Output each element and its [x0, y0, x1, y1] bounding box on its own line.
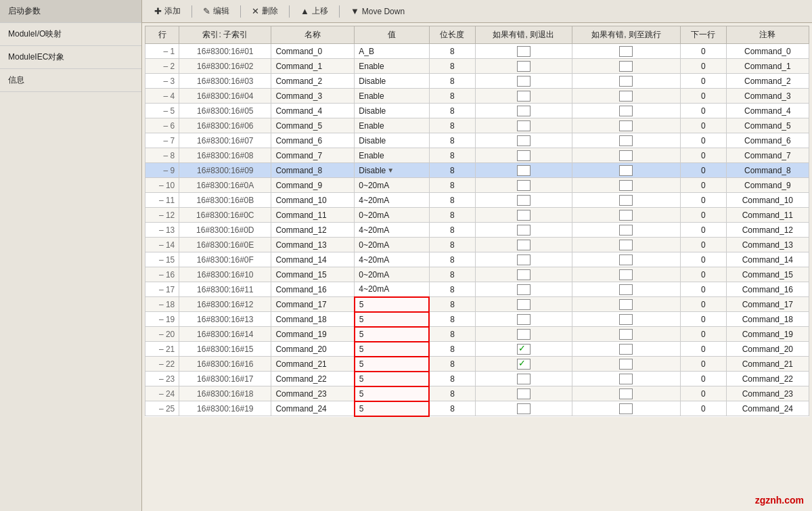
checkbox-err-exit[interactable]	[517, 91, 531, 102]
table-row[interactable]: – 1416#8300:16#0ECommand_130~20mA80Comma…	[145, 238, 809, 252]
cell-err-exit[interactable]	[475, 59, 572, 74]
checkbox-err-exit[interactable]	[517, 120, 531, 131]
table-row[interactable]: – 616#8300:16#06Command_5Enable80Command…	[145, 118, 809, 133]
table-row[interactable]: – 816#8300:16#08Command_7Enable80Command…	[145, 148, 809, 163]
cell-value[interactable]: Enable	[355, 89, 430, 104]
cell-err-exit[interactable]	[475, 44, 572, 59]
checkbox-err-exit[interactable]	[517, 61, 531, 72]
checkbox-err-jump[interactable]	[619, 314, 633, 325]
cell-err-jump[interactable]	[572, 44, 681, 59]
checkbox-err-jump[interactable]	[619, 61, 633, 72]
table-row[interactable]: – 716#8300:16#07Command_6Disable80Comman…	[145, 133, 809, 148]
cell-value[interactable]: 5	[355, 401, 430, 416]
cell-value[interactable]: Disable	[355, 74, 430, 89]
table-row[interactable]: – 1116#8300:16#0BCommand_104~20mA80Comma…	[145, 193, 809, 208]
cell-value[interactable]: Enable	[355, 148, 430, 163]
table-row[interactable]: – 116#8300:16#01Command_0A_B80Command_0	[145, 44, 809, 59]
cell-value[interactable]: 4~20mA	[355, 193, 430, 208]
checkbox-err-exit[interactable]	[517, 284, 531, 295]
cell-err-jump[interactable]	[572, 208, 681, 223]
checkbox-err-jump[interactable]	[619, 106, 633, 116]
checkbox-err-exit[interactable]	[517, 240, 531, 250]
checkbox-err-jump[interactable]	[619, 374, 633, 384]
checkbox-err-exit[interactable]	[517, 329, 531, 340]
cell-err-exit[interactable]	[475, 357, 572, 372]
cell-err-jump[interactable]	[572, 178, 681, 193]
cell-err-jump[interactable]	[572, 223, 681, 238]
cell-err-exit[interactable]	[475, 238, 572, 252]
cell-err-exit[interactable]	[475, 267, 572, 282]
table-row[interactable]: – 516#8300:16#05Command_4Disable80Comman…	[145, 104, 809, 118]
checkbox-err-jump[interactable]	[619, 359, 633, 370]
cell-err-exit[interactable]	[475, 193, 572, 208]
checkbox-err-exit[interactable]	[517, 150, 531, 161]
cell-err-jump[interactable]	[572, 386, 681, 401]
cell-err-jump[interactable]	[572, 118, 681, 133]
table-row[interactable]: – 416#8300:16#04Command_3Enable80Command…	[145, 89, 809, 104]
delete-button[interactable]: ✕ 删除	[246, 4, 284, 18]
cell-value[interactable]: Enable	[355, 59, 430, 74]
cell-value[interactable]: 4~20mA	[355, 282, 430, 297]
cell-err-exit[interactable]	[475, 104, 572, 118]
cell-err-jump[interactable]	[572, 104, 681, 118]
checkbox-err-jump[interactable]	[619, 91, 633, 102]
cell-value[interactable]: 5	[355, 327, 430, 342]
table-row[interactable]: – 1816#8300:16#12Command_17580Command_17	[145, 297, 809, 312]
checkbox-err-jump[interactable]	[619, 240, 633, 250]
cell-value[interactable]: 5	[355, 342, 430, 357]
checkbox-err-jump[interactable]	[619, 46, 633, 57]
checkbox-err-exit[interactable]	[517, 76, 531, 87]
cell-value[interactable]: A_B	[355, 44, 430, 59]
checkbox-err-exit[interactable]	[517, 210, 531, 221]
table-row[interactable]: – 916#8300:16#09Command_8Disable▼80Comma…	[145, 163, 809, 178]
checkbox-err-jump[interactable]	[619, 76, 633, 87]
cell-err-exit[interactable]	[475, 386, 572, 401]
checkbox-err-exit[interactable]	[517, 106, 531, 116]
checkbox-err-jump[interactable]	[619, 344, 633, 355]
cell-value[interactable]: 4~20mA	[355, 252, 430, 267]
cell-err-jump[interactable]	[572, 59, 681, 74]
checkbox-err-jump[interactable]	[619, 269, 633, 280]
cell-value[interactable]: Enable	[355, 118, 430, 133]
cell-err-exit[interactable]	[475, 74, 572, 89]
sidebar-item-module-iec[interactable]: ModuleIEC对象	[0, 46, 141, 69]
cell-err-exit[interactable]	[475, 372, 572, 386]
table-row[interactable]: – 316#8300:16#03Command_2Disable80Comman…	[145, 74, 809, 89]
checkbox-err-exit[interactable]	[517, 374, 531, 384]
cell-err-exit[interactable]	[475, 118, 572, 133]
sidebar-item-info[interactable]: 信息	[0, 69, 141, 92]
checkbox-err-exit[interactable]	[517, 254, 531, 265]
checkbox-err-jump[interactable]	[619, 135, 633, 146]
cell-err-jump[interactable]	[572, 163, 681, 178]
cell-err-exit[interactable]	[475, 133, 572, 148]
cell-err-jump[interactable]	[572, 282, 681, 297]
cell-err-exit[interactable]	[475, 342, 572, 357]
up-button[interactable]: ▲ 上移	[295, 4, 334, 18]
checkbox-err-jump[interactable]	[619, 329, 633, 340]
cell-err-exit[interactable]	[475, 89, 572, 104]
table-row[interactable]: – 2416#8300:16#18Command_23580Command_23	[145, 386, 809, 401]
table-row[interactable]: – 1016#8300:16#0ACommand_90~20mA80Comman…	[145, 178, 809, 193]
cell-err-exit[interactable]	[475, 223, 572, 238]
cell-value[interactable]: 5	[355, 312, 430, 327]
table-row[interactable]: – 1316#8300:16#0DCommand_124~20mA80Comma…	[145, 223, 809, 238]
move-down-button[interactable]: ▼ Move Down	[345, 5, 410, 18]
checkbox-err-jump[interactable]	[619, 120, 633, 131]
cell-value[interactable]: 0~20mA	[355, 267, 430, 282]
checkbox-err-exit[interactable]	[517, 46, 531, 57]
checkbox-err-exit[interactable]	[517, 388, 531, 399]
checkbox-err-exit[interactable]	[517, 135, 531, 146]
checkbox-err-exit[interactable]	[517, 403, 531, 414]
cell-value[interactable]: Disable	[355, 133, 430, 148]
cell-err-exit[interactable]	[475, 282, 572, 297]
checkbox-err-jump[interactable]	[619, 165, 633, 176]
cell-value[interactable]: 0~20mA	[355, 178, 430, 193]
cell-err-jump[interactable]	[572, 342, 681, 357]
cell-err-jump[interactable]	[572, 89, 681, 104]
cell-err-jump[interactable]	[572, 133, 681, 148]
cell-value[interactable]: 5	[355, 372, 430, 386]
checkbox-err-jump[interactable]	[619, 284, 633, 295]
checkbox-err-jump[interactable]	[619, 180, 633, 191]
cell-err-jump[interactable]	[572, 327, 681, 342]
checkbox-err-jump[interactable]	[619, 299, 633, 310]
